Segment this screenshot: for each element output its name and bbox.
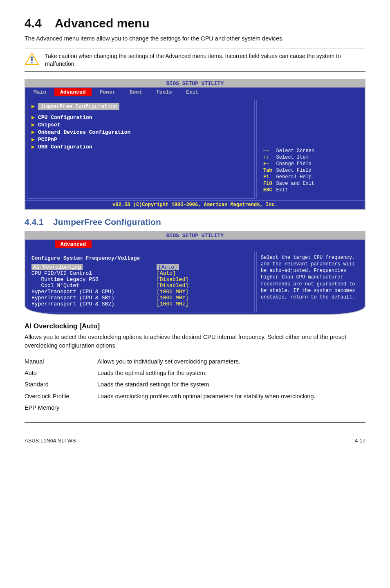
section-heading: 4.4 Advanced menu	[25, 16, 365, 30]
section-number: 4.4	[25, 16, 42, 30]
tab-advanced[interactable]: Advanced	[54, 88, 91, 96]
option-row: ManualAllows you to individually set ove…	[25, 356, 323, 367]
bios-title-bar: BIOS SETUP UTILITY	[25, 80, 365, 88]
option-row: AutoLoads the optimal settings for the s…	[25, 367, 323, 379]
subsection-title: JumperFree Configuration	[53, 217, 161, 227]
subsection-number: 4.4.1	[25, 217, 44, 227]
tab-main[interactable]: Main	[28, 88, 52, 96]
config-row[interactable]: AI Overclocking[Auto]	[31, 264, 250, 270]
option-row: Overclock ProfileLoads overclocking prof…	[25, 391, 323, 402]
bios-left-pane: Configure System Frequency/Voltage AI Ov…	[27, 252, 255, 312]
bios-help-text: Select the target CPU frequency, and the…	[261, 254, 359, 301]
svg-rect-0	[31, 56, 32, 61]
menu-item[interactable]: ▶CPU Configuration	[31, 114, 250, 121]
caution-text: Take caution when changing the settings …	[45, 52, 365, 68]
footer-rule	[25, 422, 365, 423]
svg-rect-1	[31, 62, 32, 63]
option-intro: Allows you to select the overclocking op…	[25, 333, 365, 350]
option-heading: AI Overclocking [Auto]	[25, 322, 365, 330]
menu-item[interactable]: ▶PCIPnP	[31, 136, 250, 143]
tab-advanced[interactable]: Advanced	[55, 240, 92, 248]
tab-boot[interactable]: Boot	[124, 88, 148, 96]
config-section-label: Configure System Frequency/Voltage	[31, 255, 250, 262]
options-table: ManualAllows you to individually set ove…	[25, 356, 323, 413]
menu-item[interactable]: ▶Onboard Devices Configuration	[31, 128, 250, 136]
bios-help-keys: ←→Select Screen↑↓Select Item+-Change Fie…	[261, 147, 317, 194]
config-row[interactable]: HyperTransport (CPU & SB1)[1000 MHz]	[31, 295, 250, 301]
option-row: EPP Memory	[25, 402, 323, 413]
bios-footer: v02.58 (C)Copyright 1985-2006, American …	[25, 200, 365, 209]
config-row[interactable]: Cool N'Quiet[Disabled]	[31, 283, 250, 289]
menu-item-jumperfree[interactable]: ▶JumperFree Configuration	[31, 103, 250, 110]
config-row[interactable]: CPU FID/VID Control[Auto]	[31, 270, 250, 276]
section-intro: The Advanced menu items allow you to cha…	[25, 34, 365, 43]
bios-screen-2: BIOS SETUP UTILITY Advanced Configure Sy…	[25, 231, 365, 315]
bios-tab-row: MainAdvancedPowerBootToolsExit	[25, 88, 365, 98]
bios-title-bar: BIOS SETUP UTILITY	[25, 232, 365, 240]
tab-power[interactable]: Power	[94, 88, 121, 96]
config-row[interactable]: HyperTransport (CPU & SB2)[1000 MHz]	[31, 301, 250, 307]
bios-help-pane: ←→Select Screen↑↓Select Item+-Change Fie…	[256, 100, 363, 199]
caution-note: Take caution when changing the settings …	[25, 49, 365, 72]
config-row[interactable]: Runtime Legacy PSB[Disabled]	[31, 276, 250, 283]
menu-item[interactable]: ▶USB Configuration	[31, 143, 250, 150]
config-row[interactable]: HyperTransport (CPU & CPU)[1000 MHz]	[31, 289, 250, 295]
subsection-heading: 4.4.1 JumperFree Configuration	[25, 217, 365, 227]
option-row: StandardLoads the standard settings for …	[25, 379, 323, 390]
footer-right: 4-17	[355, 438, 365, 444]
bios-left-pane: ▶JumperFree Configuration ▶CPU Configura…	[27, 100, 255, 199]
bios-screen-1: BIOS SETUP UTILITY MainAdvancedPowerBoot…	[25, 79, 365, 210]
bios-help-pane: Select the target CPU frequency, and the…	[256, 252, 363, 312]
page-footer: ASUS L1N64-SLI WS 4-17	[25, 438, 365, 444]
bios-tab-row: Advanced	[25, 240, 365, 250]
footer-left: ASUS L1N64-SLI WS	[25, 438, 76, 444]
tab-exit[interactable]: Exit	[180, 88, 204, 96]
menu-item[interactable]: ▶Chipset	[31, 121, 250, 128]
section-title-text: Advanced menu	[55, 16, 150, 30]
tab-tools[interactable]: Tools	[150, 88, 178, 96]
warning-icon	[25, 52, 39, 67]
